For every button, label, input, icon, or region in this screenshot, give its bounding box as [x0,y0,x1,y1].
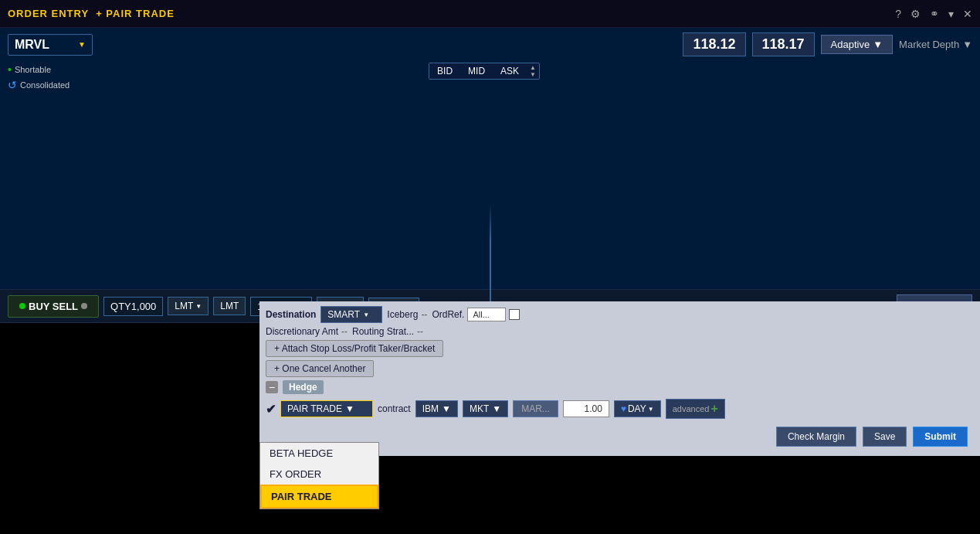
dropdown-item-beta-hedge[interactable]: BETA HEDGE [260,443,378,464]
hedge-tif-arrow-icon: ▼ [648,406,654,413]
oca-button[interactable]: + One Cancel Another [266,360,374,377]
symbol-value: MRVL [15,38,49,52]
shortable-text: Shortable [15,64,51,76]
buy-sell-label: BUY SELL [29,301,78,312]
symbol-arrow-icon: ▼ [78,40,86,49]
quantity-field[interactable]: QTY1,000 [103,297,163,316]
chevron-down-icon[interactable]: ▾ [948,8,954,20]
buy-sell-button[interactable]: BUY SELL [8,295,99,318]
symbol-dropdown[interactable]: MRVL ▼ [8,34,93,56]
routing-field: Routing Strat... -- [352,326,423,337]
title-bar-icons: ? ⚙ ⚭ ▾ ✕ [895,8,972,20]
destination-label: Destination [266,309,316,320]
lmt1-label: LMT [175,301,193,311]
disc-amt-value: -- [341,326,348,337]
bid-tab[interactable]: BID [429,63,460,79]
dropdown-item-pair-trade[interactable]: PAIR TRADE [260,485,378,508]
hedge-mar-button[interactable]: MAR... [513,400,558,417]
attach-stop-loss-button[interactable]: + Attach Stop Loss/Profit Taker/Bracket [266,340,443,357]
top-controls: MRVL ▼ 118.12 118.17 Adaptive ▼ Market D… [0,28,980,61]
buy-dot [19,303,25,309]
hedge-type-dropdown-menu: BETA HEDGE FX ORDER PAIR TRADE [259,442,379,509]
title-pair-trade: + PAIR TRADE [96,8,175,19]
lmt1-arrow-icon: ▼ [195,303,202,310]
save-button[interactable]: Save [863,427,907,447]
ordref-input[interactable] [467,308,506,321]
link-icon[interactable]: ⚭ [930,8,939,20]
adaptive-label: Adaptive [831,39,870,50]
chart-area: ▼ [0,96,980,289]
disc-amt-field: Discretionary Amt -- [266,326,348,337]
hedge-order-type-button[interactable]: MKT ▼ [463,400,508,417]
hedge-tif-label: DAY [628,403,646,414]
mid-tab[interactable]: MID [460,63,493,79]
order-type-lmt1[interactable]: LMT ▼ [168,297,209,315]
close-icon[interactable]: ✕ [963,8,972,20]
iceberg-label: Iceberg [387,309,418,320]
ask-price[interactable]: 118.17 [752,32,815,56]
bid-mid-ask-bar: BID MID ASK ▲ ▼ [429,63,540,80]
consolidated-text: Consolidated [20,80,70,91]
hedge-heart-icon: ♥ [621,403,626,414]
shortable-label: • Shortable [8,63,70,78]
gear-icon[interactable]: ⚙ [910,8,921,20]
advanced-panel: Destination SMART ▼ Iceberg -- OrdRef. D… [259,301,980,456]
hedge-ratio-input[interactable] [563,400,609,417]
hedge-checkbox-icon[interactable]: ✔ [266,402,276,417]
hedge-row: ✔ PAIR TRADE ▼ contract IBM ▼ MKT ▼ MAR.… [266,399,974,419]
hedge-advanced-button[interactable]: advanced + [666,399,725,419]
ordref-checkbox[interactable] [509,309,520,320]
final-submit-button[interactable]: Submit [913,427,968,447]
contract-label: contract [378,403,411,414]
hedge-tif-button[interactable]: ♥ DAY ▼ [614,400,661,417]
destination-dropdown[interactable]: SMART ▼ [320,306,382,323]
hedge-symbol-value: IBM [422,403,439,414]
lmt2-label: LMT [220,301,239,311]
disc-amt-label: Discretionary Amt [266,326,338,337]
hedge-type-dropdown[interactable]: PAIR TRADE ▼ [280,400,373,417]
discamt-row: Discretionary Amt -- Routing Strat... -- [266,326,974,337]
hedge-type-arrow-icon: ▼ [345,403,354,414]
routing-value: -- [417,326,423,337]
hedge-header: − Hedge [266,380,974,394]
hedge-symbol-dropdown[interactable]: IBM ▼ [415,400,458,417]
routing-label: Routing Strat... [352,326,414,337]
hedge-symbol-arrow-icon: ▼ [442,403,451,414]
hedge-label: Hedge [283,380,324,394]
title-bar: ORDER ENTRY + PAIR TRADE ? ⚙ ⚭ ▾ ✕ [0,0,980,28]
title-text: ORDER ENTRY + PAIR TRADE [8,8,175,19]
consolidated-label: ↺ Consolidated [8,78,70,94]
iceberg-field: Iceberg -- [387,309,427,320]
market-depth-button[interactable]: Market Depth ▼ [899,39,972,50]
sell-dot [81,303,87,309]
title-prefix: ORDER ENTRY [8,8,89,19]
consolidated-dot: ↺ [8,78,17,94]
ordref-field: OrdRef. [432,308,520,321]
shortable-dot: • [8,63,12,78]
destination-arrow-icon: ▼ [363,311,369,318]
hedge-plus-icon[interactable]: + [710,402,717,416]
iceberg-value: -- [421,309,427,320]
dropdown-item-fx-order[interactable]: FX ORDER [260,464,378,485]
info-section: • Shortable ↺ Consolidated BID MID ASK ▲… [0,61,980,96]
destination-row: Destination SMART ▼ Iceberg -- OrdRef. [266,306,974,323]
hedge-type-label: PAIR TRADE [287,403,342,414]
market-depth-label: Market Depth [899,39,959,50]
bma-arrows[interactable]: ▲ ▼ [527,64,539,78]
bid-price[interactable]: 118.12 [683,32,745,56]
oca-row: + One Cancel Another [266,360,974,377]
ask-tab[interactable]: ASK [493,63,527,79]
hedge-order-type-label: MKT [470,403,489,414]
hedge-order-type-arrow-icon: ▼ [492,403,501,414]
hedge-minus-button[interactable]: − [266,381,278,393]
adaptive-button[interactable]: Adaptive ▼ [821,35,893,54]
order-type-lmt2[interactable]: LMT [213,297,246,315]
adaptive-arrow-icon: ▼ [873,39,883,50]
market-depth-arrow-icon: ▼ [962,39,972,50]
attach-row: + Attach Stop Loss/Profit Taker/Bracket [266,340,974,357]
help-icon[interactable]: ? [895,8,901,20]
check-margin-button[interactable]: Check Margin [776,427,856,447]
info-labels: • Shortable ↺ Consolidated [8,63,70,93]
ordref-label: OrdRef. [432,309,464,320]
hedge-advanced-label: advanced [673,404,710,413]
